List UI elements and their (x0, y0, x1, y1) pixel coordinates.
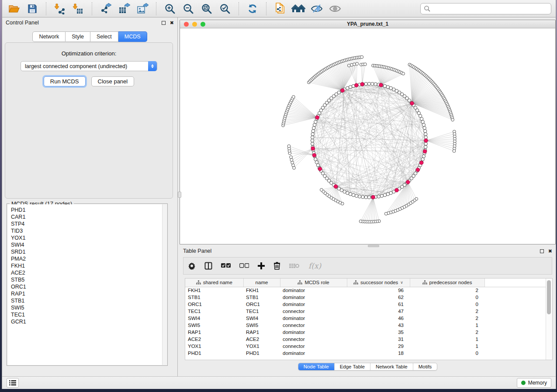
save-session-icon[interactable] (25, 2, 40, 16)
tab-network[interactable]: Network (32, 31, 66, 42)
result-node-item[interactable]: TEC1 (11, 311, 167, 318)
close-table-panel-icon[interactable]: ✖ (548, 249, 552, 254)
result-node-item[interactable]: SWI4 (11, 241, 167, 248)
table-row[interactable]: YOX1YOX1connector291 (185, 343, 546, 350)
dominator-node (318, 167, 322, 171)
result-node-item[interactable]: STB5 (11, 276, 167, 283)
table-row[interactable]: RAP1RAP1dominator352 (185, 329, 546, 336)
result-node-item[interactable]: PHD1 (11, 206, 167, 213)
column-header-name[interactable]: name (243, 279, 280, 287)
search-icon (424, 5, 431, 12)
float-table-panel-icon[interactable] (540, 249, 544, 253)
export-network-icon[interactable] (98, 2, 113, 16)
mcds-result-list[interactable]: PHD1CAR1STP4TID3YOX1SWI4SRD1PMA2FKH1ACE2… (7, 204, 167, 365)
result-node-item[interactable]: STB1 (11, 297, 167, 304)
result-node-item[interactable]: ACE2 (11, 269, 167, 276)
float-panel-icon[interactable] (162, 21, 166, 25)
zoom-selected-icon[interactable] (218, 2, 232, 16)
show-annotations-icon[interactable] (328, 2, 343, 16)
tab-network-table[interactable]: Network Table (370, 363, 413, 370)
run-mcds-button[interactable]: Run MCDS (44, 76, 86, 86)
minimize-window-icon[interactable] (192, 22, 197, 27)
import-table-icon[interactable] (71, 2, 86, 16)
tab-mcds[interactable]: MCDS (118, 31, 147, 42)
refresh-layout-icon[interactable] (245, 2, 260, 16)
criterion-dropdown[interactable]: largest connected component (undirected) (21, 61, 157, 71)
table-scrollbar-thumb[interactable] (547, 280, 551, 314)
table-row[interactable]: ORC1ORC1dominator610 (185, 301, 546, 308)
delete-column-icon[interactable] (273, 262, 280, 270)
table-row[interactable]: STB1STB1dominator620 (185, 294, 546, 301)
control-panel-tabs: NetworkStyleSelectMCDS (2, 31, 177, 42)
table-scrollbar[interactable] (546, 279, 552, 360)
node-table-body: FKH1FKH1dominator962STB1STB1dominator620… (185, 287, 546, 357)
zoom-fit-icon[interactable] (199, 2, 214, 16)
table-panel-title: Table Panel (183, 248, 211, 254)
result-node-item[interactable]: SWI5 (11, 304, 167, 311)
table-row[interactable]: TEC1TEC1connector472 (185, 308, 546, 315)
result-node-item[interactable]: FKH1 (11, 262, 167, 269)
table-settings-icon[interactable] (188, 262, 196, 270)
dominator-node (419, 161, 423, 165)
delete-table-icon[interactable] (289, 263, 300, 269)
splitpane-grabber[interactable] (178, 192, 181, 198)
dominator-node (410, 101, 414, 105)
result-node-item[interactable]: YOX1 (11, 234, 167, 241)
table-panel-grabber[interactable] (368, 245, 379, 247)
result-node-item[interactable]: ORC1 (11, 283, 167, 290)
dropdown-stepper-icon (148, 61, 157, 71)
add-column-icon[interactable] (258, 262, 265, 269)
maximize-window-icon[interactable] (201, 22, 205, 27)
close-panel-icon[interactable]: ✖ (170, 21, 174, 25)
network-window-titlebar[interactable]: YPA_prune.txt_1 (180, 20, 555, 28)
table-row[interactable]: PHD1PHD1dominator180 (185, 350, 546, 357)
column-chooser-icon[interactable] (204, 262, 212, 270)
node-table[interactable]: shared namenameMCDS rolesuccessor nodes∨… (185, 279, 546, 357)
tab-select[interactable]: Select (90, 31, 118, 42)
network-file-icon[interactable] (273, 2, 287, 16)
network-canvas-container[interactable] (180, 28, 555, 244)
close-panel-button[interactable]: Close panel (91, 76, 135, 86)
search-input[interactable] (420, 3, 551, 14)
tab-node-table[interactable]: Node Table (298, 363, 334, 370)
zoom-in-icon[interactable] (163, 2, 177, 16)
column-header-MCDS-role[interactable]: MCDS role (280, 279, 347, 287)
column-header-shared-name[interactable]: shared name (185, 279, 243, 287)
search-container (420, 3, 551, 14)
zoom-out-icon[interactable] (181, 2, 196, 16)
control-panel-title: Control Panel (6, 20, 39, 26)
result-node-item[interactable]: STP4 (11, 220, 167, 227)
export-image-icon[interactable] (135, 2, 150, 16)
mcds-result-groupbox: MCDS result (17 nodes) PHD1CAR1STP4TID3Y… (7, 203, 168, 366)
tab-edge-table[interactable]: Edge Table (334, 363, 370, 370)
memory-button[interactable]: Memory (517, 378, 551, 388)
result-node-item[interactable]: PMA2 (11, 255, 167, 262)
result-node-item[interactable]: SRD1 (11, 248, 167, 255)
table-row[interactable]: SWI4SWI4dominator462 (185, 315, 546, 322)
select-all-icon[interactable] (221, 263, 231, 268)
home-panels-icon[interactable] (291, 2, 306, 16)
node-table-container: shared namenameMCDS rolesuccessor nodes∨… (185, 278, 553, 360)
network-window-title: YPA_prune.txt_1 (347, 21, 388, 27)
open-session-icon[interactable] (7, 2, 21, 16)
dominator-node (379, 83, 383, 87)
tab-motifs[interactable]: Motifs (413, 363, 437, 370)
table-row[interactable]: FKH1FKH1dominator962 (185, 287, 546, 294)
export-table-icon[interactable] (117, 2, 131, 16)
result-list-scrollbar[interactable] (162, 204, 167, 365)
deselect-all-icon[interactable] (239, 263, 249, 268)
result-node-item[interactable]: RAP1 (11, 290, 167, 297)
table-row[interactable]: SWI5SWI5connector431 (185, 322, 546, 329)
hide-annotations-icon[interactable] (309, 2, 324, 16)
result-node-item[interactable]: CAR1 (11, 213, 167, 220)
column-header-successor-nodes[interactable]: successor nodes∨ (347, 279, 410, 287)
result-node-item[interactable]: TID3 (11, 227, 167, 234)
import-network-icon[interactable] (52, 2, 67, 16)
column-header-predecessor-nodes[interactable]: predecessor nodes (410, 279, 484, 287)
toolbar-separator (46, 2, 46, 15)
table-row[interactable]: ACE2ACE2connector311 (185, 336, 546, 343)
result-node-item[interactable]: GCR1 (11, 318, 167, 325)
task-history-button[interactable] (7, 378, 19, 388)
tab-style[interactable]: Style (66, 31, 90, 42)
close-window-icon[interactable] (184, 22, 189, 27)
